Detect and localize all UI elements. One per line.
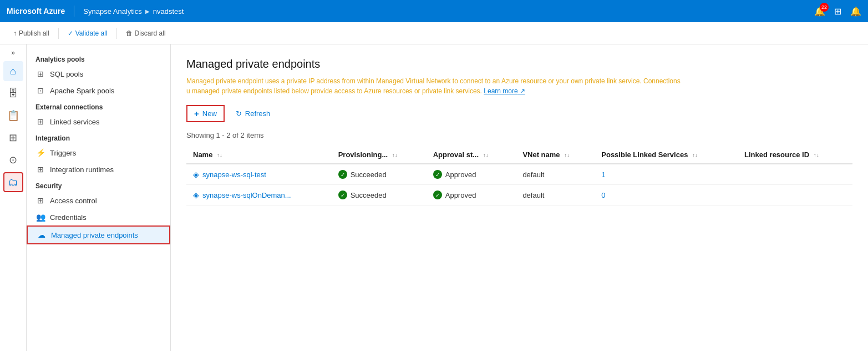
endpoint-name-link[interactable]: synapse-ws-sql-test <box>202 171 266 179</box>
breadcrumb: Synapse Analytics ▶ nvadstest <box>83 7 184 16</box>
top-bar: Microsoft Azure Synapse Analytics ▶ nvad… <box>0 0 868 22</box>
notification-badge: 22 <box>820 3 829 12</box>
portal-btn[interactable]: ⊞ <box>834 6 841 17</box>
runtime-icon: ⊞ <box>35 165 45 174</box>
divider <box>74 6 74 17</box>
top-bar-actions: 🔔 22 ⊞ 🔔 <box>814 6 861 17</box>
content-area: Managed private endpoints Managed privat… <box>171 44 868 351</box>
validate-icon: ✓ <box>68 29 73 37</box>
action-bar: + New ↻ Refresh <box>186 105 852 122</box>
main-layout: » ⌂ 🗄 📋 ⊞ ⊙ 🗂 Analytics pools ⊞ SQL pool… <box>0 44 868 351</box>
table-row: ◈ synapse-ws-sqlOnDeman... ✓ Succeeded ✓… <box>186 185 852 205</box>
learn-more-link[interactable]: Learn more ↗ <box>484 87 525 95</box>
approval-status: ✓ Approved <box>433 190 510 199</box>
page-title: Managed private endpoints <box>186 58 852 71</box>
success-icon: ✓ <box>338 190 347 199</box>
toolbar-divider <box>58 28 59 39</box>
table-row: ◈ synapse-ws-sql-test ✓ Succeeded ✓ Appr… <box>186 164 852 185</box>
sort-provisioning-icon: ↑↓ <box>392 152 398 158</box>
refresh-icon: ↻ <box>236 109 242 118</box>
endpoints-icon: ☁ <box>37 230 47 239</box>
approved-icon: ✓ <box>433 170 442 179</box>
col-approval[interactable]: Approval st... ↑↓ <box>427 146 516 164</box>
sub-toolbar: ↑ Publish all ✓ Validate all 🗑 Discard a… <box>0 22 868 44</box>
nav-sql-pools[interactable]: ⊞ SQL pools <box>27 66 170 82</box>
discard-all-button[interactable]: 🗑 Discard all <box>121 27 170 39</box>
col-vnet[interactable]: VNet name ↑↓ <box>516 146 595 164</box>
linked-resource-id <box>738 164 852 185</box>
vnet-name: default <box>516 185 595 205</box>
analytics-pools-section: Analytics pools <box>27 51 170 66</box>
approval-status: ✓ Approved <box>433 170 510 179</box>
sidebar-toggle[interactable]: » <box>11 49 15 57</box>
sort-vnet-icon: ↑↓ <box>564 152 570 158</box>
vnet-name: default <box>516 164 595 185</box>
col-name[interactable]: Name ↑↓ <box>186 146 332 164</box>
spark-icon: ⊡ <box>35 86 45 95</box>
triggers-icon: ⚡ <box>35 148 45 157</box>
sidebar-data[interactable]: 🗄 <box>3 83 23 103</box>
sort-name-icon: ↑↓ <box>217 152 222 158</box>
refresh-button[interactable]: ↻ Refresh <box>229 107 277 121</box>
security-section: Security <box>27 178 170 192</box>
trash-icon: 🗑 <box>126 29 133 37</box>
icon-sidebar: » ⌂ 🗄 📋 ⊞ ⊙ 🗂 <box>0 44 27 351</box>
new-button[interactable]: + New <box>186 105 225 122</box>
nav-linked-services[interactable]: ⊞ Linked services <box>27 113 170 130</box>
nav-panel: Analytics pools ⊞ SQL pools ⊡ Apache Spa… <box>27 44 171 351</box>
endpoint-name-link[interactable]: synapse-ws-sqlOnDeman... <box>202 191 291 199</box>
notification-btn[interactable]: 🔔 22 <box>814 6 825 17</box>
description-text: Managed private endpoint uses a private … <box>186 76 686 96</box>
linked-services-count[interactable]: 0 <box>601 191 605 199</box>
endpoint-icon: ◈ <box>193 190 199 199</box>
access-icon: ⊞ <box>35 196 45 205</box>
nav-access-control[interactable]: ⊞ Access control <box>27 192 170 209</box>
sort-resource-icon: ↑↓ <box>814 152 819 158</box>
credentials-icon: 👥 <box>35 213 45 222</box>
validate-all-button[interactable]: ✓ Validate all <box>63 27 112 39</box>
col-linked-resource[interactable]: Linked resource ID ↑↓ <box>738 146 852 164</box>
nav-triggers[interactable]: ⚡ Triggers <box>27 144 170 161</box>
nav-managed-endpoints[interactable]: ☁ Managed private endpoints <box>27 225 170 244</box>
provisioning-status: ✓ Succeeded <box>338 170 420 179</box>
table-header-row: Name ↑↓ Provisioning... ↑↓ Approval st..… <box>186 146 852 164</box>
settings-btn[interactable]: 🔔 <box>850 6 861 17</box>
sidebar-develop[interactable]: 📋 <box>3 106 23 126</box>
nav-integration-runtimes[interactable]: ⊞ Integration runtimes <box>27 161 170 178</box>
breadcrumb-arrow: ▶ <box>145 8 150 14</box>
sql-pools-icon: ⊞ <box>35 69 45 78</box>
endpoint-icon: ◈ <box>193 170 199 179</box>
integration-section: Integration <box>27 130 170 144</box>
linked-services-count[interactable]: 1 <box>601 171 605 179</box>
logo: Microsoft Azure <box>7 7 65 16</box>
sort-approval-icon: ↑↓ <box>483 152 489 158</box>
sidebar-monitor[interactable]: ⊙ <box>3 150 23 170</box>
external-connections-section: External connections <box>27 99 170 113</box>
linked-resource-id <box>738 185 852 205</box>
plus-icon: + <box>194 109 199 118</box>
success-icon: ✓ <box>338 170 347 179</box>
linked-services-icon: ⊞ <box>35 117 45 126</box>
nav-apache-spark[interactable]: ⊡ Apache Spark pools <box>27 82 170 99</box>
nav-credentials[interactable]: 👥 Credentials <box>27 209 170 225</box>
breadcrumb-service: Synapse Analytics <box>83 7 142 16</box>
publish-all-button[interactable]: ↑ Publish all <box>9 27 54 39</box>
sidebar-home[interactable]: ⌂ <box>3 61 23 81</box>
toolbar-divider2 <box>116 28 117 39</box>
breadcrumb-workspace: nvadstest <box>153 7 184 16</box>
sidebar-integrate[interactable]: ⊞ <box>3 128 23 148</box>
col-possible-linked[interactable]: Possible Linked Services ↑↓ <box>595 146 738 164</box>
items-count: Showing 1 - 2 of 2 items <box>186 131 852 139</box>
approved-icon: ✓ <box>433 190 442 199</box>
provisioning-status: ✓ Succeeded <box>338 190 420 199</box>
sidebar-manage[interactable]: 🗂 <box>3 172 23 192</box>
endpoints-table: Name ↑↓ Provisioning... ↑↓ Approval st..… <box>186 146 852 205</box>
sort-linked-icon: ↑↓ <box>692 152 698 158</box>
publish-icon: ↑ <box>13 29 17 37</box>
col-provisioning[interactable]: Provisioning... ↑↓ <box>332 146 427 164</box>
